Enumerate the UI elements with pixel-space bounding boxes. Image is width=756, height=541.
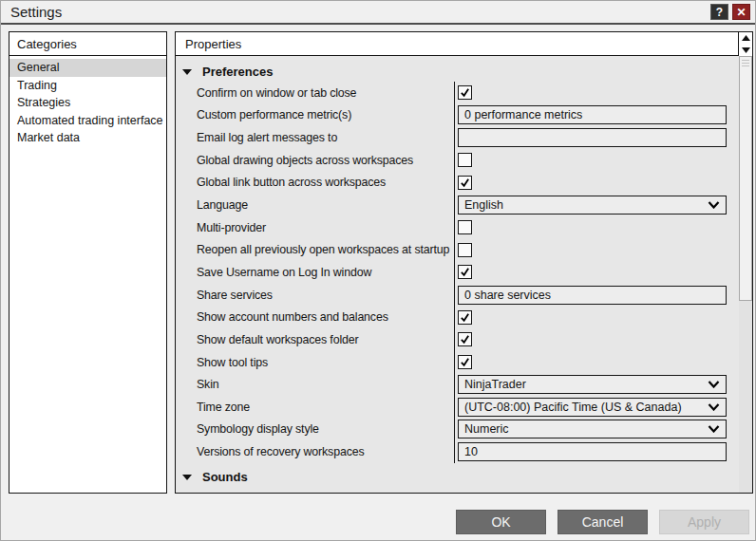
- dropdown-symbology-display-style[interactable]: Numeric: [458, 420, 727, 438]
- property-control-cell: [454, 261, 739, 284]
- check-icon: [460, 357, 470, 367]
- collapse-triangle-icon: [182, 474, 192, 480]
- properties-body: PreferencesConfirm on window or tab clos…: [176, 56, 752, 493]
- checkbox-confirm-on-window-or-tab-close[interactable]: [458, 85, 472, 100]
- checkbox-reopen-all-previously-open-workspaces-at-startup[interactable]: [458, 243, 472, 257]
- scroll-up-button[interactable]: [739, 32, 752, 45]
- property-row-custom-performance-metric-s: Custom performance metric(s)0 performanc…: [176, 104, 739, 127]
- category-item-general[interactable]: General: [9, 59, 166, 77]
- checkbox-show-account-numbers-and-balances[interactable]: [458, 310, 472, 325]
- scrollbar-thumb[interactable]: [739, 56, 752, 301]
- property-row-global-link-button-across-workspaces: Global link button across workspaces: [176, 172, 739, 195]
- properties-header-label: Properties: [185, 37, 241, 51]
- scroll-down-button[interactable]: [739, 45, 752, 57]
- property-control-cell: [454, 172, 739, 195]
- checkbox-show-default-workspaces-folder[interactable]: [458, 332, 472, 346]
- text-field-email-log-alert-messages-to[interactable]: [458, 128, 727, 147]
- check-icon: [460, 334, 470, 345]
- property-label: Global drawing objects across workspaces: [176, 149, 454, 172]
- property-label: Reopen all previously open workspaces at…: [176, 238, 454, 261]
- checkbox-global-link-button-across-workspaces[interactable]: [458, 176, 472, 190]
- property-row-time-zone: Time zone(UTC-08:00) Pacific Time (US & …: [176, 396, 739, 419]
- check-icon: [460, 87, 470, 98]
- scrollbar-grip-icon: [742, 60, 749, 68]
- dropdown-selected-value: NinjaTrader: [464, 378, 526, 391]
- titlebar-buttons: ? ✕: [710, 4, 750, 20]
- property-row-show-tool-tips: Show tool tips: [176, 351, 739, 374]
- checkbox-show-tool-tips[interactable]: [458, 355, 472, 369]
- property-row-email-log-alert-messages-to: Email log alert messages to: [176, 126, 739, 149]
- property-control-cell: [454, 82, 739, 104]
- property-control-cell: [454, 216, 739, 239]
- settings-window: Settings ? ✕ Categories GeneralTradingSt…: [0, 0, 756, 541]
- section-header-sounds[interactable]: Sounds: [176, 467, 739, 487]
- property-control-cell: (UTC-08:00) Pacific Time (US & Canada): [454, 396, 739, 419]
- window-title: Settings: [10, 4, 62, 20]
- ok-button[interactable]: OK: [456, 510, 546, 534]
- property-row-global-drawing-objects-across-workspaces: Global drawing objects across workspaces: [176, 149, 739, 172]
- property-row-symbology-display-style: Symbology display styleNumeric: [176, 419, 739, 441]
- checkbox-global-drawing-objects-across-workspaces[interactable]: [458, 153, 472, 167]
- property-label: Share services: [176, 284, 454, 307]
- property-control-cell: [454, 149, 739, 172]
- text-field-share-services[interactable]: 0 share services: [458, 286, 727, 305]
- property-label: Custom performance metric(s): [176, 104, 454, 127]
- property-control-cell: [454, 306, 739, 328]
- property-row-show-account-numbers-and-balances: Show account numbers and balances: [176, 306, 739, 328]
- property-label: Show default workspaces folder: [176, 328, 454, 351]
- property-control-cell: [454, 351, 739, 374]
- help-button[interactable]: ?: [710, 4, 728, 20]
- section-header-preferences[interactable]: Preferences: [176, 62, 739, 82]
- category-item-automated-trading-interface[interactable]: Automated trading interface: [9, 112, 166, 130]
- dropdown-selected-value: English: [464, 198, 503, 212]
- property-row-save-username-on-log-in-window: Save Username on Log In window: [176, 261, 739, 284]
- dropdown-selected-value: Numeric: [464, 422, 509, 436]
- checkbox-save-username-on-log-in-window[interactable]: [458, 265, 472, 279]
- title-bar: Settings ? ✕: [1, 1, 755, 23]
- property-row-versions-of-recovery-workspaces: Versions of recovery workspaces10: [176, 440, 739, 463]
- property-label: Email log alert messages to: [176, 126, 454, 149]
- categories-panel: Categories GeneralTradingStrategiesAutom…: [9, 31, 167, 494]
- property-control-cell: 0 performance metrics: [454, 104, 739, 127]
- property-control-cell: NinjaTrader: [454, 373, 739, 396]
- cancel-button[interactable]: Cancel: [558, 510, 648, 534]
- property-row-reopen-all-previously-open-workspaces-at-startup: Reopen all previously open workspaces at…: [176, 238, 739, 261]
- category-item-strategies[interactable]: Strategies: [9, 94, 166, 112]
- category-item-trading[interactable]: Trading: [9, 77, 166, 95]
- text-field-custom-performance-metric-s[interactable]: 0 performance metrics: [458, 105, 727, 124]
- property-control-cell: 0 share services: [454, 284, 739, 307]
- check-icon: [460, 177, 470, 188]
- category-item-market-data[interactable]: Market data: [9, 129, 166, 147]
- check-icon: [460, 312, 470, 323]
- property-control-cell: [454, 328, 739, 351]
- section-title: Sounds: [202, 470, 248, 484]
- section-title: Preferences: [202, 65, 273, 79]
- scrollbar[interactable]: [739, 56, 752, 493]
- property-row-language: LanguageEnglish: [176, 194, 739, 216]
- arrow-down-icon: [742, 47, 750, 53]
- checkbox-multi-provider[interactable]: [458, 220, 472, 234]
- properties-header: Properties: [176, 32, 752, 56]
- property-label: Global link button across workspaces: [176, 172, 454, 195]
- arrow-up-icon: [742, 35, 750, 41]
- property-row-skin: SkinNinjaTrader: [176, 373, 739, 396]
- property-row-show-default-workspaces-folder: Show default workspaces folder: [176, 328, 739, 351]
- dropdown-language[interactable]: English: [458, 196, 727, 215]
- property-label: Versions of recovery workspaces: [176, 440, 454, 463]
- apply-button[interactable]: Apply: [659, 510, 749, 534]
- properties-content: PreferencesConfirm on window or tab clos…: [176, 56, 739, 493]
- dropdown-skin[interactable]: NinjaTrader: [458, 375, 727, 394]
- close-button[interactable]: ✕: [732, 4, 750, 20]
- property-label: Save Username on Log In window: [176, 261, 454, 284]
- dropdown-time-zone[interactable]: (UTC-08:00) Pacific Time (US & Canada): [458, 398, 727, 417]
- categories-list: GeneralTradingStrategiesAutomated tradin…: [9, 56, 166, 147]
- dropdown-selected-value: (UTC-08:00) Pacific Time (US & Canada): [464, 401, 682, 414]
- property-control-cell: [454, 126, 739, 149]
- property-label: Skin: [176, 373, 454, 396]
- property-control-cell: 10: [454, 440, 739, 463]
- text-field-versions-of-recovery-workspaces[interactable]: 10: [458, 442, 727, 461]
- scroll-arrow-box: [738, 32, 752, 56]
- check-icon: [460, 267, 470, 277]
- chevron-down-icon: [708, 403, 720, 411]
- property-row-share-services: Share services0 share services: [176, 284, 739, 307]
